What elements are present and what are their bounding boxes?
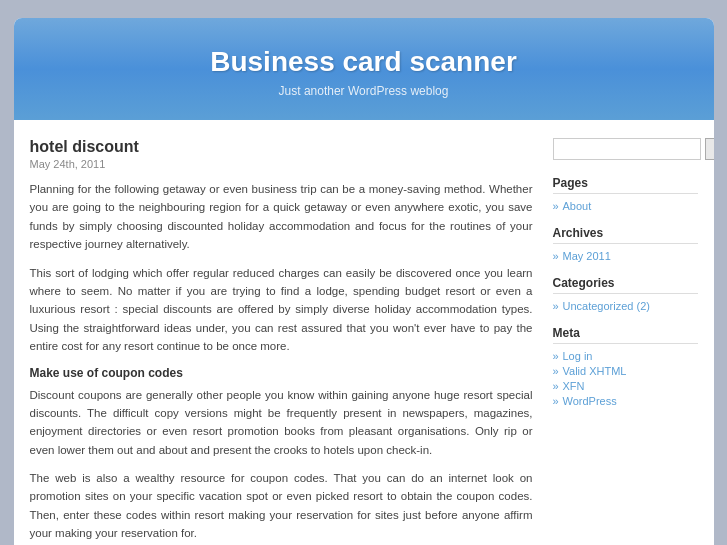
categories-heading: Categories [553,276,698,294]
sidebar: Search Pages About Archives May 2011 Cat… [553,138,698,545]
list-item: Valid XHTML [553,365,698,377]
post-body: Planning for the following getaway or ev… [30,180,533,543]
list-item: Uncategorized (2) [553,300,698,312]
main-content: hotel discount May 24th, 2011 Planning f… [30,138,533,545]
post-date: May 24th, 2011 [30,158,533,170]
post-title: hotel discount [30,138,533,156]
pages-section: Pages About [553,176,698,212]
search-button[interactable]: Search [705,138,714,160]
sidebar-link[interactable]: Valid XHTML [563,365,627,377]
sidebar-link[interactable]: WordPress [563,395,617,407]
sidebar-link[interactable]: XFN [563,380,585,392]
site-header: Business card scanner Just another WordP… [14,18,714,120]
meta-heading: Meta [553,326,698,344]
list-item: XFN [553,380,698,392]
meta-section: Meta Log inValid XHTMLXFNWordPress [553,326,698,407]
list-item: May 2011 [553,250,698,262]
archives-section: Archives May 2011 [553,226,698,262]
sidebar-link[interactable]: Log in [563,350,593,362]
sidebar-link[interactable]: May 2011 [563,250,611,262]
search-widget: Search [553,138,698,160]
site-title: Business card scanner [34,46,694,78]
site-subtitle: Just another WordPress weblog [34,84,694,98]
list-item: About [553,200,698,212]
sidebar-link[interactable]: Uncategorized (2) [563,300,650,312]
categories-section: Categories Uncategorized (2) [553,276,698,312]
list-item: Log in [553,350,698,362]
post-paragraph: This sort of lodging which offer regular… [30,264,533,356]
search-input[interactable] [553,138,701,160]
pages-heading: Pages [553,176,698,194]
post: hotel discount May 24th, 2011 Planning f… [30,138,533,543]
meta-list: Log inValid XHTMLXFNWordPress [553,350,698,407]
sidebar-link[interactable]: About [563,200,592,212]
post-paragraph: Make use of coupon codes [30,366,533,380]
archives-list: May 2011 [553,250,698,262]
archives-heading: Archives [553,226,698,244]
post-paragraph: The web is also a wealthy resource for c… [30,469,533,543]
list-item: WordPress [553,395,698,407]
categories-list: Uncategorized (2) [553,300,698,312]
pages-list: About [553,200,698,212]
post-paragraph: Discount coupons are generally other peo… [30,386,533,460]
post-paragraph: Planning for the following getaway or ev… [30,180,533,254]
